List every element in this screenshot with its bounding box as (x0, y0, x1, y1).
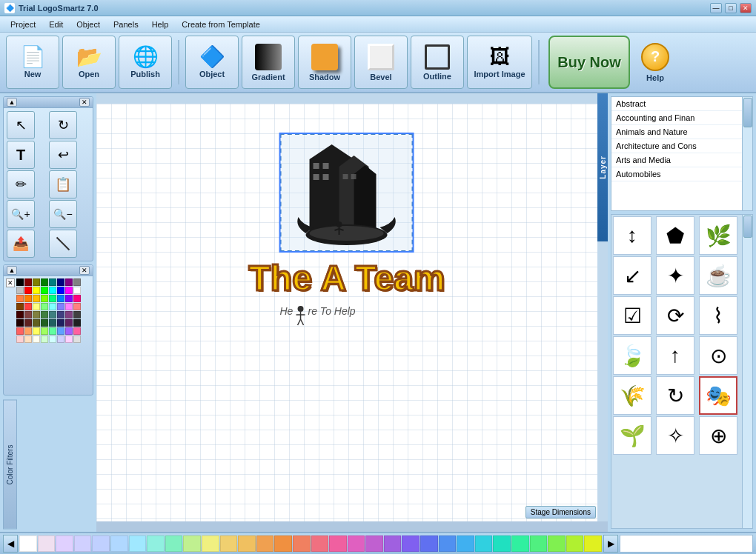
tool-zoom-in[interactable]: 🔍+ (7, 200, 35, 228)
color-swatch[interactable] (24, 336, 32, 343)
symbol-cell-0[interactable]: ↕ (613, 216, 651, 255)
color-swatch[interactable] (41, 295, 48, 302)
color-swatch[interactable] (49, 327, 56, 335)
bottom-swatch-25[interactable] (475, 535, 493, 552)
tool-export[interactable]: 📤 (7, 230, 35, 258)
bottom-swatch-19[interactable] (365, 535, 383, 552)
symbol-cell-15[interactable]: 🌱 (613, 416, 651, 455)
minimize-button[interactable]: — (710, 3, 722, 13)
bottom-swatch-9[interactable] (183, 535, 201, 552)
color-swatch[interactable] (24, 295, 32, 302)
category-item-4[interactable]: Arts and Media (611, 153, 752, 167)
tool-text[interactable]: T (7, 141, 35, 169)
symbol-cell-2[interactable]: 🌿 (699, 216, 737, 255)
symbol-cell-5[interactable]: ☕ (699, 256, 737, 295)
color-swatch[interactable] (33, 327, 40, 335)
color-swatch[interactable] (16, 336, 24, 343)
canvas-area[interactable]: Layer (96, 93, 608, 532)
color-swatch[interactable] (65, 295, 73, 302)
bottom-swatch-29[interactable] (548, 535, 566, 552)
color-swatch[interactable] (33, 336, 40, 343)
menu-create-from-template[interactable]: Create from Template (176, 19, 266, 30)
toolbar-gradient-button[interactable]: Gradient (242, 36, 295, 89)
logo-image[interactable] (280, 133, 414, 252)
bottom-swatch-30[interactable] (566, 535, 584, 552)
bottom-swatch-1[interactable] (38, 535, 56, 552)
color-swatch[interactable] (57, 278, 64, 286)
bottom-swatch-23[interactable] (439, 535, 457, 552)
category-item-1[interactable]: Accounting and Finan (611, 111, 752, 125)
bottom-swatch-0[interactable] (19, 535, 37, 552)
symbol-cell-16[interactable]: ✧ (656, 416, 694, 455)
toolbar-object-button[interactable]: 🔷 Object (185, 36, 239, 89)
color-swatch[interactable] (73, 319, 81, 327)
symbol-cell-7[interactable]: ⟳ (656, 296, 694, 335)
symbol-cell-13[interactable]: ↻ (656, 376, 694, 415)
color-swatch[interactable] (49, 295, 56, 302)
color-swatch[interactable] (33, 287, 40, 294)
color-swatch[interactable] (73, 336, 81, 343)
menu-project[interactable]: Project (4, 19, 42, 30)
symbol-cell-11[interactable]: ⊙ (699, 336, 737, 375)
tool-undo[interactable]: ↩ (49, 141, 77, 169)
symbol-scrollbar[interactable] (742, 215, 752, 528)
stage-dimensions-button[interactable]: Stage Dimensions (525, 506, 596, 518)
category-item-5[interactable]: Automobiles (611, 167, 752, 181)
color-swatch[interactable] (49, 303, 56, 310)
symbol-cell-3[interactable]: ↙ (613, 256, 651, 295)
bottom-swatch-13[interactable] (256, 535, 274, 552)
bottom-swatch-7[interactable] (147, 535, 165, 552)
color-swatch[interactable] (57, 319, 64, 327)
color-swatch[interactable] (65, 278, 73, 286)
color-swatch[interactable] (24, 319, 32, 327)
color-swatch[interactable] (41, 336, 48, 343)
color-swatch[interactable] (57, 303, 64, 310)
bottom-swatch-8[interactable] (165, 535, 183, 552)
bottom-swatch-5[interactable] (110, 535, 128, 552)
color-swatch[interactable] (33, 278, 40, 286)
color-swatch[interactable] (65, 327, 73, 335)
bottom-swatch-15[interactable] (293, 535, 311, 552)
bottom-swatch-12[interactable] (238, 535, 256, 552)
tool-rotate[interactable]: ↻ (49, 111, 77, 139)
bottom-swatch-24[interactable] (457, 535, 474, 552)
tools-close-button[interactable]: ✕ (79, 98, 90, 107)
tool-line[interactable] (49, 230, 77, 258)
color-swatch[interactable] (33, 303, 40, 310)
bottom-scroll-right-button[interactable]: ▶ (603, 535, 618, 553)
bottom-swatch-28[interactable] (530, 535, 548, 552)
color-swatch[interactable] (57, 311, 64, 318)
color-swatch[interactable] (73, 311, 81, 318)
tool-paint[interactable]: ✏ (7, 170, 35, 198)
no-color-swatch[interactable]: ✕ (6, 278, 15, 287)
tool-select[interactable]: ↖ (7, 111, 35, 139)
color-swatch[interactable] (65, 319, 73, 327)
maximize-button[interactable]: □ (725, 3, 737, 13)
bottom-swatch-18[interactable] (348, 535, 365, 552)
color-swatch[interactable] (24, 287, 32, 294)
bottom-swatch-20[interactable] (384, 535, 402, 552)
symbol-scrollbar-thumb[interactable] (743, 216, 752, 238)
color-swatch[interactable] (57, 287, 64, 294)
menu-object[interactable]: Object (70, 19, 106, 30)
color-swatch[interactable] (16, 287, 24, 294)
tool-zoom-out[interactable]: 🔍− (49, 200, 77, 228)
color-swatch[interactable] (41, 319, 48, 327)
menu-help[interactable]: Help (146, 19, 175, 30)
color-swatch[interactable] (16, 295, 24, 302)
bottom-swatch-27[interactable] (511, 535, 529, 552)
bottom-swatch-26[interactable] (493, 535, 511, 552)
color-swatch[interactable] (24, 311, 32, 318)
close-button[interactable]: ✕ (740, 3, 752, 13)
toolbar-import-image-button[interactable]: 🖼 Import Image (467, 36, 532, 89)
color-swatch[interactable] (73, 287, 81, 294)
color-swatch[interactable] (16, 311, 24, 318)
category-item-0[interactable]: Abstract (611, 97, 752, 111)
color-filters-tab[interactable]: Color Filters (3, 400, 17, 530)
category-item-2[interactable]: Animals and Nature (611, 125, 752, 139)
bottom-swatch-14[interactable] (274, 535, 292, 552)
bottom-scroll-left-button[interactable]: ◀ (3, 535, 18, 553)
color-swatch[interactable] (73, 278, 81, 286)
toolbar-open-button[interactable]: 📂 Open (62, 36, 116, 89)
symbol-cell-8[interactable]: ⌇ (699, 296, 737, 335)
